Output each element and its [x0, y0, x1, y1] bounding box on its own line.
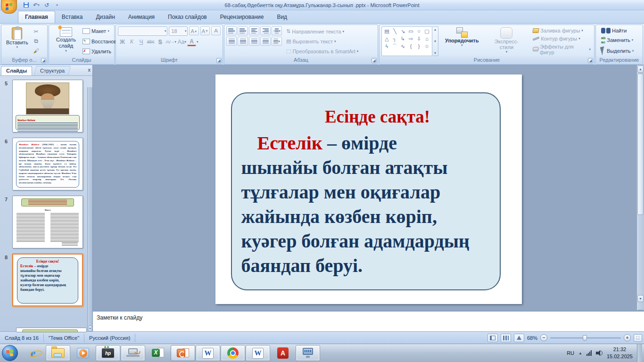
show-desktop-button[interactable]	[637, 344, 642, 362]
columns-button[interactable]: ▾	[272, 37, 282, 46]
quick-styles-button[interactable]: Экспресс-стили ▾	[486, 26, 528, 56]
slideshow-view-button[interactable]	[514, 334, 524, 342]
volume-icon[interactable]	[596, 350, 603, 356]
dialog-launcher-icon[interactable]: ◢	[216, 58, 222, 63]
dialog-launcher-icon[interactable]: ◢	[588, 58, 593, 63]
taskbar-powerpoint[interactable]	[171, 345, 195, 361]
dialog-launcher-icon[interactable]: ◢	[372, 58, 377, 63]
taskbar-word[interactable]: W	[246, 345, 270, 361]
text-shadow-button[interactable]: S	[156, 37, 165, 46]
zoom-slider[interactable]	[550, 337, 621, 338]
copy-button[interactable]: ⧉	[32, 37, 41, 45]
thumbnail-slide-6[interactable]: 6 Жамбыл Жабаев (1846-1945) – қазақ халы…	[0, 138, 92, 190]
taskbar-internet-explorer[interactable]: e	[21, 345, 45, 361]
taskbar-chrome[interactable]	[221, 345, 245, 361]
italic-button[interactable]: К	[127, 37, 136, 46]
scroll-up-icon[interactable]: ▲	[637, 66, 644, 73]
font-color-dropdown-arrow-icon[interactable]: ▾	[197, 40, 198, 44]
new-slide-button[interactable]: Создать слайд ▾	[51, 26, 81, 56]
taskbar-remote-desktop[interactable]	[296, 345, 320, 361]
find-button[interactable]: Найти	[600, 27, 641, 34]
taskbar-presentation-viewer[interactable]	[121, 345, 145, 361]
zoom-slider-thumb[interactable]	[583, 335, 587, 341]
cut-button[interactable]: ✂	[32, 28, 41, 35]
normal-view-button[interactable]	[487, 334, 498, 342]
tab-insert[interactable]: Вставка	[55, 11, 90, 23]
fit-to-window-button[interactable]: ⛶	[634, 334, 642, 342]
clock[interactable]: 21:32 15.02.2025	[607, 346, 633, 360]
numbering-button[interactable]: ▾	[238, 26, 248, 35]
align-right-button[interactable]	[249, 37, 259, 46]
tab-view[interactable]: Вид	[270, 11, 294, 23]
line-spacing-button[interactable]: ↕▾	[272, 26, 282, 35]
taskbar-file-explorer[interactable]	[46, 345, 70, 361]
tab-review[interactable]: Рецензирование	[214, 11, 271, 23]
panel-scrollbar[interactable]: ▼	[87, 87, 92, 331]
underline-button[interactable]: Ч	[137, 37, 146, 46]
shape-outline-button[interactable]: Контур фигуры▾	[531, 35, 592, 42]
office-button[interactable]	[1, 0, 17, 14]
decrease-indent-button[interactable]	[249, 26, 259, 35]
zoom-level[interactable]: 68%	[527, 335, 537, 341]
slide-bubble-shape[interactable]: Есіңде сақта! Естелік – өмірде шынайы бо…	[231, 92, 501, 290]
format-painter-button[interactable]: 🖌︎	[32, 47, 41, 55]
font-size-select[interactable]: 18▾	[169, 26, 188, 36]
strikethrough-button[interactable]: abc	[146, 37, 155, 46]
panel-tab-outline[interactable]: Структура	[34, 66, 71, 75]
font-color-button[interactable]: А	[187, 37, 196, 46]
panel-tab-slides[interactable]: Слайды	[1, 66, 32, 75]
bullets-button[interactable]: ▾	[226, 26, 237, 35]
tab-animation[interactable]: Анимация	[122, 11, 161, 23]
shape-fill-button[interactable]: Заливка фигуры▾	[531, 27, 592, 34]
shrink-font-button[interactable]: А▼	[200, 26, 210, 35]
zoom-in-button[interactable]: +	[624, 334, 631, 341]
theme-indicator[interactable]: "Тема Office"	[44, 334, 84, 342]
bold-button[interactable]: Ж	[118, 37, 127, 46]
network-signal-icon[interactable]	[586, 350, 592, 356]
close-panel-button[interactable]: x	[88, 67, 91, 73]
taskbar-acrobat[interactable]: A	[271, 345, 295, 361]
show-hidden-icons-button[interactable]: ▲	[578, 351, 582, 355]
shapes-gallery[interactable]: ▤╲↘▭○▢ △┐↳⇨⇩⌂ ϟ⌒∿{}☆	[381, 26, 432, 56]
character-spacing-button[interactable]: AV↔▾	[165, 37, 177, 46]
dialog-launcher-icon[interactable]: ◢	[41, 58, 46, 63]
tab-design[interactable]: Дизайн	[89, 11, 121, 23]
align-text-button[interactable]: ▤Выровнять текст▾	[285, 38, 360, 45]
font-name-select[interactable]: ▾	[118, 26, 167, 36]
arrange-button[interactable]: Упорядочить ▾	[442, 26, 482, 56]
language-indicator-tray[interactable]: RU	[567, 350, 574, 356]
shape-effects-button[interactable]: Эффекты для фигур▾	[531, 43, 592, 56]
start-button[interactable]	[2, 345, 18, 361]
thumbnail-slide-5[interactable]: 5 Жамбыл Жабаев	[0, 80, 92, 132]
clear-formatting-button[interactable]: А𝄀	[211, 26, 221, 35]
taskbar-excel[interactable]: X	[146, 345, 170, 361]
slide-canvas[interactable]: Есіңде сақта! Естелік – өмірде шынайы бо…	[215, 74, 522, 304]
select-button[interactable]: Выделить▾	[600, 46, 641, 56]
justify-button[interactable]	[260, 37, 271, 46]
convert-smartart-button[interactable]: ⬚Преобразовать в SmartArt▾	[285, 48, 360, 55]
scroll-down-icon[interactable]: ▼	[88, 326, 92, 331]
thumbnail-slide-8[interactable]: 8 Есіңде сақта! Естелік – өмірде шынайы …	[0, 254, 92, 306]
taskbar-word-document[interactable]: W	[196, 345, 220, 361]
increase-indent-button[interactable]	[260, 26, 271, 35]
replace-button[interactable]: abacЗаменить▾	[600, 35, 641, 45]
align-left-button[interactable]	[226, 37, 237, 46]
grow-font-button[interactable]: А▲	[189, 26, 198, 35]
zoom-out-button[interactable]: −	[540, 334, 547, 341]
text-direction-button[interactable]: ⇅Направление текста▾	[285, 28, 360, 35]
align-center-button[interactable]	[238, 37, 248, 46]
shapes-gallery-scrollbar[interactable]: ▲▼▼	[432, 26, 438, 56]
taskbar-hp-app[interactable]: hp	[96, 345, 120, 361]
tab-home[interactable]: Главная	[18, 11, 55, 23]
tab-slideshow[interactable]: Показ слайдов	[161, 11, 214, 23]
change-case-button[interactable]: Aa▾	[177, 37, 187, 46]
editor-scrollbar[interactable]: ▲ ▼ ⇞ ⇟	[636, 65, 644, 331]
notes-pane[interactable]: Заметки к слайду	[93, 310, 644, 331]
paste-button[interactable]: Вставить ▾	[3, 26, 31, 56]
slide-editor[interactable]: Есіңде сақта! Естелік – өмірде шынайы бо…	[93, 65, 644, 331]
scrollbar-thumb[interactable]	[637, 74, 644, 215]
thumbnail-slide-7[interactable]: 7 Жиен	[0, 196, 92, 248]
slide-sorter-view-button[interactable]	[501, 334, 511, 342]
scroll-down-icon[interactable]: ▼	[637, 295, 644, 302]
group-label-clipboard[interactable]: Буфер о...◢	[1, 56, 47, 64]
